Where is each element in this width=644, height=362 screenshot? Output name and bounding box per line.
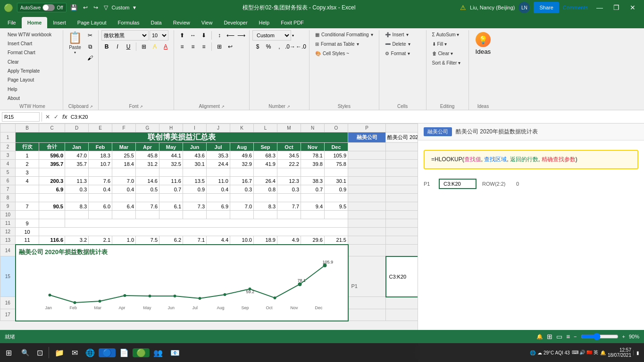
cell-e7[interactable]: 0.4	[89, 185, 112, 194]
search-taskbar-btn[interactable]: 🔍	[17, 349, 33, 356]
user-avatar[interactable]: LN	[519, 2, 530, 13]
align-center-btn[interactable]: ≡	[188, 41, 198, 52]
tab-page-layout[interactable]: Page Layout	[72, 17, 112, 28]
align-middle-btn[interactable]: ↔	[188, 30, 198, 41]
number-format-select[interactable]: Custom	[252, 30, 291, 41]
cell-c3[interactable]: 596.0	[39, 151, 65, 160]
cell-b12[interactable]: 10	[16, 228, 39, 236]
number-expand-icon[interactable]: ↗	[287, 105, 290, 109]
col-header-apr[interactable]: Apr	[136, 143, 159, 151]
cell-i4[interactable]: 30.1	[183, 160, 207, 168]
cell-f13[interactable]: 1.0	[112, 236, 136, 245]
col-header-jun[interactable]: Jun	[183, 143, 207, 151]
font-size-select[interactable]: 10	[150, 30, 168, 41]
cell-e6[interactable]: 7.6	[89, 177, 112, 185]
col-header-feb[interactable]: Feb	[89, 143, 112, 151]
c3k20-cell[interactable]: C3:K20	[386, 256, 418, 297]
cell-n5[interactable]	[301, 168, 325, 177]
borders-btn[interactable]: ⊞	[139, 41, 149, 52]
cell-d13[interactable]: 3.2	[65, 236, 89, 245]
cell-j5[interactable]	[207, 168, 230, 177]
undo-btn[interactable]: ↩	[81, 3, 90, 12]
cell-h6[interactable]: 11.6	[159, 177, 183, 185]
cell-g9[interactable]: 7.6	[136, 202, 159, 211]
cell-n3[interactable]: 78.1	[301, 151, 325, 160]
help-btn[interactable]: Help	[5, 85, 20, 93]
cell-k4[interactable]: 32.9	[230, 160, 254, 168]
cell-n13[interactable]: 29.6	[301, 236, 325, 245]
font-expand-icon[interactable]: ↗	[140, 105, 143, 109]
col-m-header[interactable]: M	[277, 124, 301, 132]
tab-view[interactable]: View	[196, 17, 218, 28]
cell-o13[interactable]: 21.5	[325, 236, 348, 245]
cell-d9[interactable]: 8.3	[65, 202, 89, 211]
cell-f3[interactable]: 25.5	[112, 151, 136, 160]
cell-m6[interactable]: 12.3	[277, 177, 301, 185]
minimize-button[interactable]: —	[592, 0, 608, 15]
clear-edit-btn[interactable]: 🗑 Clear ▾	[429, 49, 462, 58]
cell-o6[interactable]: 30.1	[325, 177, 348, 185]
share-button[interactable]: Share	[534, 2, 559, 13]
start-btn[interactable]: ⊞	[0, 348, 17, 357]
cell-j3[interactable]: 35.3	[207, 151, 230, 160]
autosave-toggle[interactable]	[42, 4, 55, 11]
comma-btn[interactable]: ,	[274, 41, 284, 52]
cell-h4[interactable]: 32.5	[159, 160, 183, 168]
new-wtw-workbook-btn[interactable]: New WTW workbook	[5, 30, 54, 39]
comments-button[interactable]: Comments	[563, 5, 588, 10]
tab-foxit[interactable]: Foxit PDF	[275, 17, 309, 28]
cell-i7[interactable]: 0.9	[183, 185, 207, 194]
cell-b13[interactable]: 11	[16, 236, 39, 245]
align-right-btn[interactable]: ≡	[199, 41, 209, 52]
redo-btn[interactable]: ↪	[92, 3, 100, 12]
cell-b6[interactable]: 4	[16, 177, 39, 185]
close-button[interactable]: ✕	[625, 0, 640, 15]
cell-f9[interactable]: 6.4	[112, 202, 136, 211]
cell-b5[interactable]: 3	[16, 168, 39, 177]
cell-styles-btn[interactable]: 🎨 Cell Styles ~	[312, 49, 376, 58]
explorer-btn[interactable]: 📁	[51, 348, 68, 357]
col-header-total[interactable]: 合计	[39, 143, 65, 151]
underline-btn[interactable]: U	[123, 41, 134, 52]
clear-btn[interactable]: Clear	[5, 58, 22, 66]
save-btn[interactable]: 💾	[68, 3, 79, 12]
align-bottom-btn[interactable]: ⬇	[199, 30, 209, 41]
insert-chart-btn[interactable]: Insert Chart	[5, 39, 35, 48]
col-i-header[interactable]: I	[183, 124, 207, 132]
text-direction-btn[interactable]: ↕	[214, 30, 225, 41]
cell-m9[interactable]: 7.7	[277, 202, 301, 211]
taskview-btn[interactable]: ⊡	[33, 348, 47, 357]
cell-m4[interactable]: 22.2	[277, 160, 301, 168]
cell-h9[interactable]: 6.1	[159, 202, 183, 211]
col-k-header[interactable]: K	[230, 124, 254, 132]
cell-j13[interactable]: 4.4	[207, 236, 230, 245]
col-l-header[interactable]: L	[254, 124, 277, 132]
formula-input[interactable]	[71, 114, 642, 120]
format-chart-btn[interactable]: Format Chart	[5, 48, 38, 57]
col-header-may[interactable]: May	[159, 143, 183, 151]
cell-d6[interactable]: 11.3	[65, 177, 89, 185]
cell-e9[interactable]: 6.0	[89, 202, 112, 211]
indent-inc-btn[interactable]: ⟶	[236, 30, 246, 41]
col-c-header[interactable]: C	[39, 124, 65, 132]
cell-g6[interactable]: 14.6	[136, 177, 159, 185]
cell-k5[interactable]	[230, 168, 254, 177]
filter-btn[interactable]: ▽	[102, 3, 110, 12]
col-h-header[interactable]: H	[159, 124, 183, 132]
sort-filter-btn[interactable]: Sort & Filter ▾	[429, 58, 464, 67]
company1-cell[interactable]: 融美公司	[348, 132, 386, 143]
cell-l9[interactable]: 8.3	[254, 202, 277, 211]
main-title-cell[interactable]: 联创博美损益汇总表	[16, 132, 348, 143]
format-painter-btn[interactable]: 🖌	[85, 53, 95, 63]
col-g-header[interactable]: G	[136, 124, 159, 132]
tab-insert[interactable]: Insert	[47, 17, 72, 28]
autosum-btn[interactable]: Σ AutoSum ▾	[429, 30, 462, 39]
tab-home[interactable]: Home	[22, 17, 48, 28]
cell-f5[interactable]	[112, 168, 136, 177]
cell-h5[interactable]	[159, 168, 183, 177]
grid-scroll[interactable]: B C D E F G H I J K L M N	[0, 123, 418, 362]
name-box[interactable]	[2, 112, 40, 122]
cell-c4[interactable]: 395.7	[39, 160, 65, 168]
cell-i9[interactable]: 7.3	[183, 202, 207, 211]
cell-h3[interactable]: 44.1	[159, 151, 183, 160]
